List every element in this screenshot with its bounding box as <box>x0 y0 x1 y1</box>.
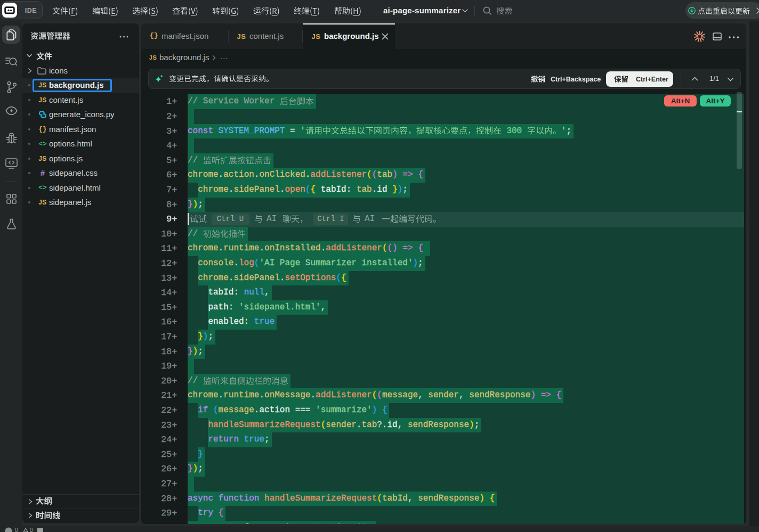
svg-text:0: 0 <box>30 527 33 532</box>
svg-text:0: 0 <box>15 527 18 532</box>
